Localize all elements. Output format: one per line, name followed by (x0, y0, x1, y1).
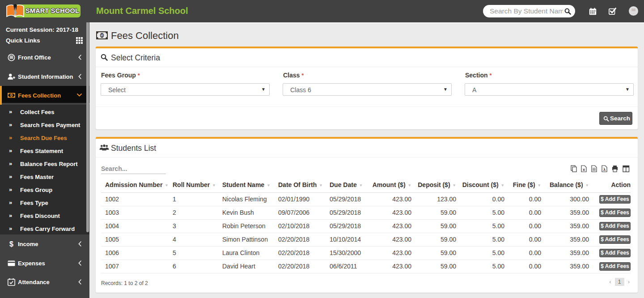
svg-text:1: 1 (101, 33, 103, 38)
svg-text:x: x (583, 167, 585, 172)
svg-text:1: 1 (11, 94, 13, 97)
svg-text:$: $ (9, 240, 13, 248)
svg-text:λ: λ (603, 167, 606, 172)
